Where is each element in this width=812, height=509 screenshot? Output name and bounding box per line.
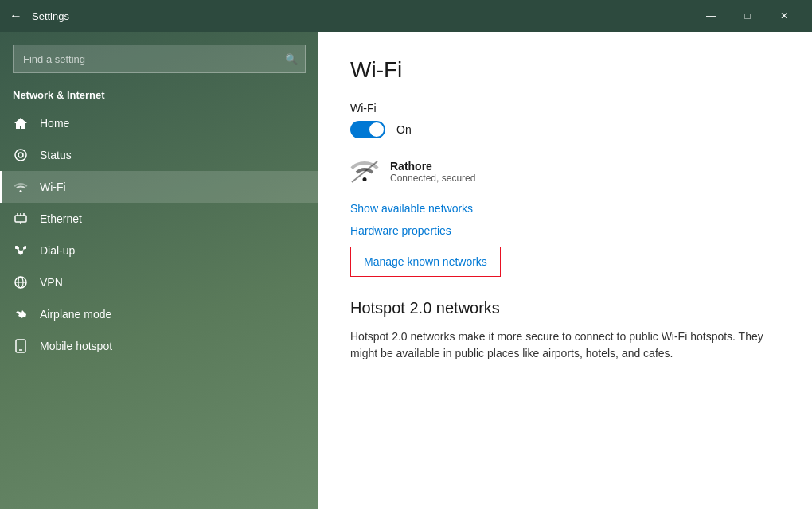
maximize-button[interactable]: □ <box>729 0 766 32</box>
sidebar-item-dialup-label: Dial-up <box>40 244 75 257</box>
network-info: Rathore Connected, secured <box>390 160 475 184</box>
window-controls: — □ ✕ <box>693 0 802 32</box>
svg-point-0 <box>15 150 26 161</box>
sidebar-item-wifi[interactable]: Wi-Fi <box>0 171 318 203</box>
hotspot-description: Hotspot 2.0 networks make it more secure… <box>350 328 780 362</box>
sidebar-item-airplane[interactable]: Airplane mode <box>0 298 318 330</box>
content-area: Wi-Fi Wi-Fi On Rathore Connected, secure… <box>318 32 812 509</box>
close-button[interactable]: ✕ <box>766 0 802 32</box>
network-name: Rathore <box>390 160 475 173</box>
manage-networks-box[interactable]: Manage known networks <box>350 247 501 277</box>
sidebar-item-wifi-label: Wi-Fi <box>40 181 66 193</box>
network-status: Connected, secured <box>390 173 475 184</box>
sidebar-item-vpn-label: VPN <box>40 276 63 289</box>
sidebar-item-status-label: Status <box>40 149 72 161</box>
svg-point-1 <box>18 153 23 157</box>
search-input[interactable] <box>13 45 306 73</box>
wifi-toggle-label: On <box>396 123 412 136</box>
show-networks-link[interactable]: Show available networks <box>350 202 780 215</box>
airplane-icon <box>13 306 29 322</box>
sidebar-item-home[interactable]: Home <box>0 107 318 139</box>
hotspot-heading: Hotspot 2.0 networks <box>350 299 780 317</box>
manage-networks-link[interactable]: Manage known networks <box>364 255 487 268</box>
titlebar: ← Settings — □ ✕ <box>0 0 812 32</box>
back-button[interactable]: ← <box>10 9 22 23</box>
connected-network-row: Rathore Connected, secured <box>350 157 780 186</box>
sidebar-category: Network & Internet <box>0 80 318 107</box>
page-title: Wi-Fi <box>350 57 780 83</box>
status-icon <box>13 147 29 163</box>
search-container: 🔍 <box>13 45 306 73</box>
wifi-toggle-row: On <box>350 121 780 138</box>
sidebar-item-status[interactable]: Status <box>0 139 318 171</box>
sidebar-item-dialup[interactable]: Dial-up <box>0 235 318 266</box>
sidebar-item-home-label: Home <box>40 117 69 130</box>
sidebar-item-airplane-label: Airplane mode <box>40 308 111 321</box>
sidebar-item-vpn[interactable]: VPN <box>0 266 318 298</box>
wifi-toggle[interactable] <box>350 121 385 138</box>
sidebar-item-ethernet-label: Ethernet <box>40 212 82 225</box>
sidebar: 🔍 Network & Internet Home Status <box>0 32 318 509</box>
ethernet-icon <box>13 211 29 227</box>
vpn-icon <box>13 274 29 290</box>
wifi-section-label: Wi-Fi <box>350 102 780 115</box>
dialup-icon <box>13 243 29 258</box>
svg-rect-2 <box>15 216 26 222</box>
sidebar-item-mobile[interactable]: Mobile hotspot <box>0 330 318 362</box>
home-icon <box>13 115 29 131</box>
connected-wifi-icon <box>350 157 379 186</box>
minimize-button[interactable]: — <box>693 0 729 32</box>
hardware-properties-link[interactable]: Hardware properties <box>350 224 780 237</box>
main-layout: 🔍 Network & Internet Home Status <box>0 32 812 509</box>
sidebar-item-mobile-label: Mobile hotspot <box>40 340 112 352</box>
titlebar-title: Settings <box>32 10 693 22</box>
search-icon: 🔍 <box>285 53 298 65</box>
mobile-icon <box>13 338 29 354</box>
wifi-icon <box>13 179 29 195</box>
sidebar-item-ethernet[interactable]: Ethernet <box>0 203 318 235</box>
